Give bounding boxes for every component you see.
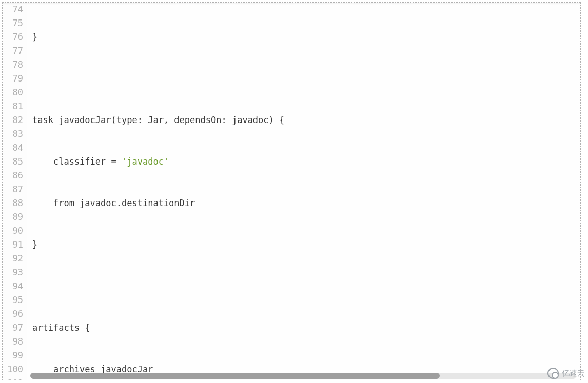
line-number: 90 (3, 224, 27, 238)
line-number: 78 (3, 58, 27, 72)
line-number: 75 (3, 16, 27, 30)
line-number: 100 (3, 362, 27, 376)
line-number: 97 (3, 321, 27, 335)
line-number: 92 (3, 252, 27, 266)
line-number: 94 (3, 279, 27, 293)
line-number: 93 (3, 266, 27, 279)
code-line: } (32, 30, 580, 44)
line-number: 83 (3, 127, 27, 141)
line-number: 74 (3, 3, 27, 16)
line-number: 79 (3, 72, 27, 86)
scrollbar-thumb[interactable] (30, 373, 440, 379)
line-number: 85 (3, 155, 27, 169)
watermark-text: 亿速云 (562, 366, 585, 380)
code-line (32, 72, 580, 86)
watermark-logo-icon (547, 368, 559, 379)
line-number: 86 (3, 169, 27, 183)
code-line: artifacts { (32, 321, 580, 335)
line-number: 76 (3, 30, 27, 44)
line-number: 89 (3, 210, 27, 224)
watermark: 亿速云 (547, 366, 585, 380)
line-number: 87 (3, 183, 27, 196)
line-number: 95 (3, 293, 27, 307)
horizontal-scrollbar[interactable] (30, 373, 576, 379)
line-number: 84 (3, 141, 27, 155)
line-number: 98 (3, 335, 27, 349)
code-editor-frame: 7475767778798081828384858687888990919293… (2, 2, 581, 380)
code-line: from javadoc.destinationDir (32, 196, 580, 210)
code-line: } (32, 238, 580, 252)
code-line: task javadocJar(type: Jar, dependsOn: ja… (32, 113, 580, 127)
line-number: 80 (3, 86, 27, 99)
line-number: 101 (3, 376, 27, 380)
line-number: 82 (3, 113, 27, 127)
editor: 7475767778798081828384858687888990919293… (3, 3, 580, 380)
line-number: 91 (3, 238, 27, 252)
line-number-gutter: 7475767778798081828384858687888990919293… (3, 3, 27, 380)
line-number: 81 (3, 99, 27, 113)
line-number: 77 (3, 44, 27, 58)
line-number: 88 (3, 196, 27, 210)
code-line: classifier = 'javadoc' (32, 155, 580, 169)
line-number: 96 (3, 307, 27, 321)
code-area: } task javadocJar(type: Jar, dependsOn: … (27, 3, 580, 380)
code-line (32, 279, 580, 293)
line-number: 99 (3, 349, 27, 362)
